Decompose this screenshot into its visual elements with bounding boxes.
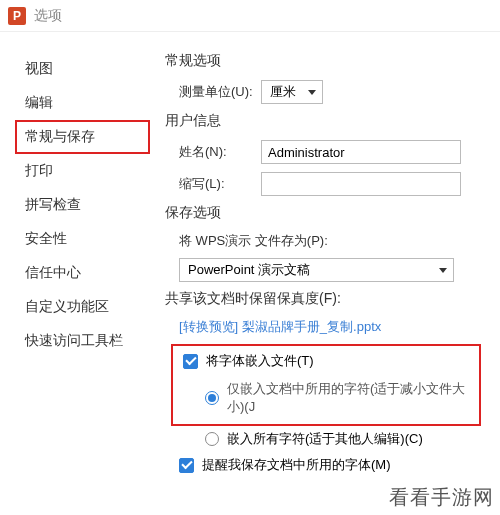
- row-embed-all[interactable]: 嵌入所有字符(适于其他人编辑)(C): [165, 430, 496, 448]
- titlebar: P 选项: [0, 0, 500, 32]
- content-panel: 常规选项 测量单位(U): 厘米 用户信息 姓名(N): 缩写(L): 保存选项…: [155, 32, 500, 515]
- section-user-title: 用户信息: [165, 112, 496, 130]
- select-unit-value: 厘米: [270, 83, 296, 101]
- input-abbrev[interactable]: [261, 172, 461, 196]
- sidebar-item-print[interactable]: 打印: [25, 154, 140, 188]
- chevron-down-icon: [439, 268, 447, 273]
- section-general-title: 常规选项: [165, 52, 496, 70]
- section-save-title: 保存选项: [165, 204, 496, 222]
- checkbox-remind-font[interactable]: [179, 458, 194, 473]
- label-abbrev: 缩写(L):: [179, 175, 261, 193]
- select-unit[interactable]: 厘米: [261, 80, 323, 104]
- row-preview-link: [转换预览] 梨淑品牌手册_复制.pptx: [165, 318, 496, 336]
- row-abbrev: 缩写(L):: [165, 172, 496, 196]
- row-saveas-select: PowerPoint 演示文稿: [165, 258, 496, 282]
- radio-embed-used[interactable]: [205, 391, 219, 405]
- sidebar: 视图 编辑 常规与保存 打印 拼写检查 安全性 信任中心 自定义功能区 快速访问…: [0, 32, 155, 515]
- radio-embed-all[interactable]: [205, 432, 219, 446]
- sidebar-item-edit[interactable]: 编辑: [25, 86, 140, 120]
- link-convert-preview[interactable]: [转换预览] 梨淑品牌手册_复制.pptx: [179, 318, 381, 336]
- label-embed-used: 仅嵌入文档中所用的字符(适于减小文件大小)(J: [227, 380, 479, 416]
- select-saveas-value: PowerPoint 演示文稿: [188, 261, 310, 279]
- label-fidelity: 共享该文档时保留保真度(F):: [165, 290, 496, 308]
- label-saveas: 将 WPS演示 文件存为(P):: [179, 232, 328, 250]
- sidebar-item-trust-center[interactable]: 信任中心: [25, 256, 140, 290]
- sidebar-item-spellcheck[interactable]: 拼写检查: [25, 188, 140, 222]
- label-name: 姓名(N):: [179, 143, 261, 161]
- label-embed-font: 将字体嵌入文件(T): [206, 352, 314, 370]
- row-embed-font[interactable]: 将字体嵌入文件(T): [173, 352, 479, 370]
- row-embed-used[interactable]: 仅嵌入文档中所用的字符(适于减小文件大小)(J: [173, 380, 479, 416]
- sidebar-item-view[interactable]: 视图: [25, 52, 140, 86]
- main-area: 视图 编辑 常规与保存 打印 拼写检查 安全性 信任中心 自定义功能区 快速访问…: [0, 32, 500, 515]
- sidebar-item-custom-ribbon[interactable]: 自定义功能区: [25, 290, 140, 324]
- sidebar-item-quick-access[interactable]: 快速访问工具栏: [25, 324, 140, 358]
- app-logo-icon: P: [8, 7, 26, 25]
- row-remind-font[interactable]: 提醒我保存文档中所用的字体(M): [165, 456, 496, 474]
- input-name[interactable]: [261, 140, 461, 164]
- sidebar-item-security[interactable]: 安全性: [25, 222, 140, 256]
- chevron-down-icon: [308, 90, 316, 95]
- label-unit: 测量单位(U):: [179, 83, 261, 101]
- select-saveas[interactable]: PowerPoint 演示文稿: [179, 258, 454, 282]
- row-unit: 测量单位(U): 厘米: [165, 80, 496, 104]
- row-saveas-label: 将 WPS演示 文件存为(P):: [165, 232, 496, 250]
- watermark-text: 看看手游网: [389, 484, 494, 511]
- label-embed-all: 嵌入所有字符(适于其他人编辑)(C): [227, 430, 423, 448]
- sidebar-item-general-save[interactable]: 常规与保存: [15, 120, 150, 154]
- checkbox-embed-font[interactable]: [183, 354, 198, 369]
- window-title: 选项: [34, 7, 62, 25]
- row-name: 姓名(N):: [165, 140, 496, 164]
- embed-font-highlight-box: 将字体嵌入文件(T) 仅嵌入文档中所用的字符(适于减小文件大小)(J: [171, 344, 481, 426]
- label-remind-font: 提醒我保存文档中所用的字体(M): [202, 456, 391, 474]
